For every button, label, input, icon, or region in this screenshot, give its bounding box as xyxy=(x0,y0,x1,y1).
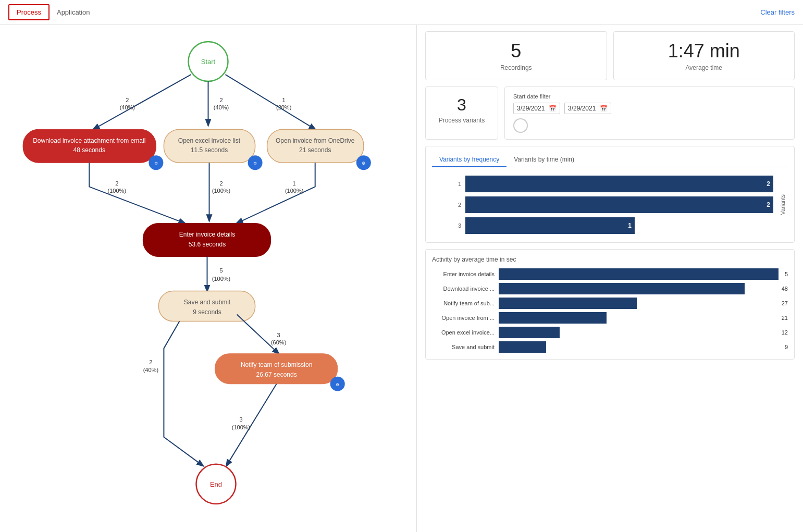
edge-start-excel-pct: (40%) xyxy=(214,104,229,110)
activity-section: Activity by average time in sec Enter in… xyxy=(425,249,795,360)
activity-title: Activity by average time in sec xyxy=(432,256,788,263)
edge-enter-save-pct: (100%) xyxy=(212,276,230,282)
edge-start-download-pct: (40%) xyxy=(120,104,135,110)
edge-save-notify xyxy=(237,315,279,354)
activity-bar-onedrive xyxy=(499,312,607,324)
variants-chart-body: 1 2 3 2 2 xyxy=(432,174,788,236)
date-from-input[interactable]: 3/29/2021 📅 xyxy=(513,103,560,114)
tab-variants-time[interactable]: Variants by time (min) xyxy=(506,153,582,167)
save-node[interactable] xyxy=(158,291,255,321)
activity-bar-save xyxy=(499,341,546,353)
edge-start-onedrive-count: 1 xyxy=(282,97,286,103)
enter-node-sublabel: 53.6 seconds xyxy=(189,241,226,248)
chart-y-axis-label-container: Variants xyxy=(775,174,788,236)
edge-enter-save-count: 5 xyxy=(219,267,223,274)
edge-start-download-count: 2 xyxy=(126,97,129,103)
end-label: End xyxy=(210,480,222,488)
edge-onedrive-enter-pct: (100%) xyxy=(285,188,303,194)
edge-save-end xyxy=(164,321,203,466)
download-badge-icon: ⚙ xyxy=(154,161,158,166)
onedrive-node[interactable] xyxy=(267,129,364,163)
process-variants-card: 3 Process variants xyxy=(425,86,498,140)
activity-value-onedrive: 21 xyxy=(782,315,788,321)
tab-process[interactable]: Process xyxy=(8,4,50,20)
edge-start-onedrive-pct: (20%) xyxy=(276,104,291,110)
tab-variants-frequency[interactable]: Variants by frequency xyxy=(432,153,506,167)
edge-save-end-pct: (40%) xyxy=(143,367,158,373)
activity-bar-container-excel xyxy=(499,327,775,338)
bar-2-value: 2 xyxy=(767,201,770,208)
calendar-icon-to: 📅 xyxy=(600,105,608,112)
variants-filter-row: 3 Process variants Start date filter 3/2… xyxy=(425,86,795,140)
download-node[interactable] xyxy=(23,129,156,163)
recordings-value: 5 xyxy=(434,40,598,62)
activity-bar-container-notify xyxy=(499,298,775,309)
edge-notify-end-pct: (100%) xyxy=(232,424,250,430)
bar-1-value: 2 xyxy=(767,180,770,188)
activity-row-download: Download invoice ... 48 xyxy=(432,283,788,294)
bar-3: 1 xyxy=(465,217,635,234)
excel-node-label: Open excel invoice list xyxy=(178,137,241,144)
y-label-1: 1 xyxy=(432,177,461,191)
filter-toggle[interactable] xyxy=(513,118,528,133)
notify-node-label: Notify team of submission xyxy=(241,361,312,368)
y-axis-label: Variants xyxy=(777,192,788,217)
activity-bar-notify xyxy=(499,298,637,309)
bar-row-1: 2 xyxy=(465,176,773,192)
activity-bar-download xyxy=(499,283,745,294)
enter-node[interactable] xyxy=(143,223,270,256)
clear-filters-button[interactable]: Clear filters xyxy=(760,8,795,16)
activity-label-download: Download invoice ... xyxy=(432,286,495,292)
right-panel: 5 Recordings 1:47 min Average time 3 Pro… xyxy=(417,25,803,532)
edge-save-end-count: 2 xyxy=(149,359,152,365)
stats-row: 5 Recordings 1:47 min Average time xyxy=(425,31,795,80)
activity-value-save: 9 xyxy=(785,344,788,350)
y-label-3: 3 xyxy=(432,218,461,233)
activity-row-excel: Open excel invoice... 12 xyxy=(432,327,788,338)
excel-node-sublabel: 11.5 seconds xyxy=(191,146,228,154)
activity-bars: Enter invoice details 5 Download invoice… xyxy=(432,268,788,353)
excel-node[interactable] xyxy=(164,129,255,163)
recordings-card: 5 Recordings xyxy=(425,31,607,80)
date-filter-card: Start date filter 3/29/2021 📅 3/29/2021 … xyxy=(504,86,795,140)
activity-bar-container-download xyxy=(499,283,775,294)
flow-panel: Start 2 (40%) 2 (40%) 1 (20%) Download i… xyxy=(0,25,417,532)
activity-row-onedrive: Open invoice from ... 21 xyxy=(432,312,788,324)
bar-2: 2 xyxy=(465,196,773,213)
onedrive-node-label: Open invoice from OneDrive xyxy=(276,137,355,144)
edge-start-download xyxy=(93,75,191,129)
edge-excel-enter-pct: (100%) xyxy=(212,188,230,194)
activity-value-excel: 12 xyxy=(782,329,788,336)
edge-save-notify-count: 3 xyxy=(277,332,280,338)
bar-3-value: 1 xyxy=(628,222,632,229)
date-to-input[interactable]: 3/29/2021 📅 xyxy=(564,103,611,114)
avg-time-card: 1:47 min Average time xyxy=(613,31,795,80)
notify-node-sublabel: 26.67 seconds xyxy=(256,371,297,378)
excel-badge-icon: ⚙ xyxy=(253,161,257,166)
activity-value-notify: 27 xyxy=(782,300,788,306)
activity-label-enter: Enter invoice details xyxy=(432,271,495,277)
variants-y-axis: 1 2 3 xyxy=(432,174,463,236)
activity-bar-container-onedrive xyxy=(499,312,775,324)
start-label: Start xyxy=(201,58,216,66)
enter-node-label: Enter invoice details xyxy=(179,231,235,238)
notify-node[interactable] xyxy=(215,354,338,384)
date-filter-label: Start date filter xyxy=(513,93,786,100)
edge-onedrive-enter-count: 1 xyxy=(293,180,296,187)
bar-1: 2 xyxy=(465,176,773,192)
bar-row-3: 1 xyxy=(465,217,773,234)
variants-value: 3 xyxy=(434,95,489,115)
activity-row-save: Save and submit 9 xyxy=(432,341,788,353)
recordings-label: Recordings xyxy=(434,64,598,71)
variants-bars: 2 2 1 xyxy=(465,174,773,236)
download-node-sublabel: 48 seconds xyxy=(73,146,105,154)
date-from-value: 3/29/2021 xyxy=(517,105,545,112)
edge-notify-end-count: 3 xyxy=(240,416,243,423)
activity-label-onedrive: Open invoice from ... xyxy=(432,315,495,321)
main-content: Start 2 (40%) 2 (40%) 1 (20%) Download i… xyxy=(0,25,803,532)
activity-value-download: 48 xyxy=(782,286,788,292)
edge-download-enter-pct: (100%) xyxy=(108,188,126,194)
date-to-value: 3/29/2021 xyxy=(568,105,596,112)
tab-application[interactable]: Application xyxy=(50,5,97,19)
activity-row-enter: Enter invoice details 5 xyxy=(432,268,788,280)
